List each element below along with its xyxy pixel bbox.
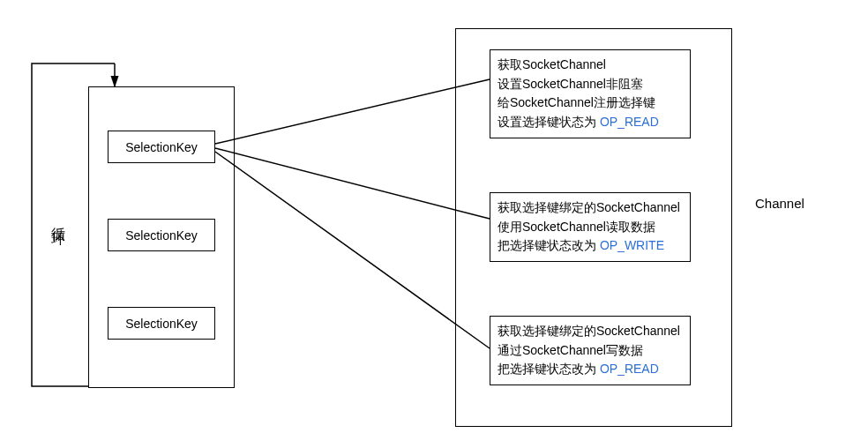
connector-to-read <box>215 148 490 219</box>
read-line2: 使用SocketChannel读取数据 <box>498 220 655 234</box>
selection-key-2-label: SelectionKey <box>125 228 198 243</box>
accept-line1: 获取SocketChannel <box>498 57 606 71</box>
write-line3-op: OP_READ <box>600 362 659 376</box>
accept-line4-op: OP_READ <box>600 115 659 129</box>
channel-step-accept: 获取SocketChannel 设置SocketChannel非阻塞 给Sock… <box>490 49 691 138</box>
write-line1: 获取选择键绑定的SocketChannel <box>498 324 680 338</box>
selection-key-1: SelectionKey <box>108 131 215 163</box>
write-line3-prefix: 把选择键状态改为 <box>498 362 600 376</box>
channel-step-read: 获取选择键绑定的SocketChannel 使用SocketChannel读取数… <box>490 192 691 262</box>
connector-to-accept <box>215 79 490 144</box>
read-line3-op: OP_WRITE <box>600 238 664 252</box>
accept-line3: 给SocketChannel注册选择键 <box>498 95 655 109</box>
accept-line4-prefix: 设置选择键状态为 <box>498 115 600 129</box>
accept-line2: 设置SocketChannel非阻塞 <box>498 77 643 91</box>
read-line1: 获取选择键绑定的SocketChannel <box>498 200 680 214</box>
selection-key-2: SelectionKey <box>108 219 215 251</box>
selection-key-3-label: SelectionKey <box>125 317 198 331</box>
channel-step-write: 获取选择键绑定的SocketChannel 通过SocketChannel写数据… <box>490 316 691 385</box>
selection-key-3: SelectionKey <box>108 307 215 340</box>
channel-label: Channel <box>755 194 804 214</box>
read-line3-prefix: 把选择键状态改为 <box>498 238 600 252</box>
loop-label: 循环 <box>49 216 67 227</box>
write-line2: 通过SocketChannel写数据 <box>498 343 643 357</box>
connector-to-write <box>215 152 490 348</box>
selection-key-1-label: SelectionKey <box>125 140 198 154</box>
